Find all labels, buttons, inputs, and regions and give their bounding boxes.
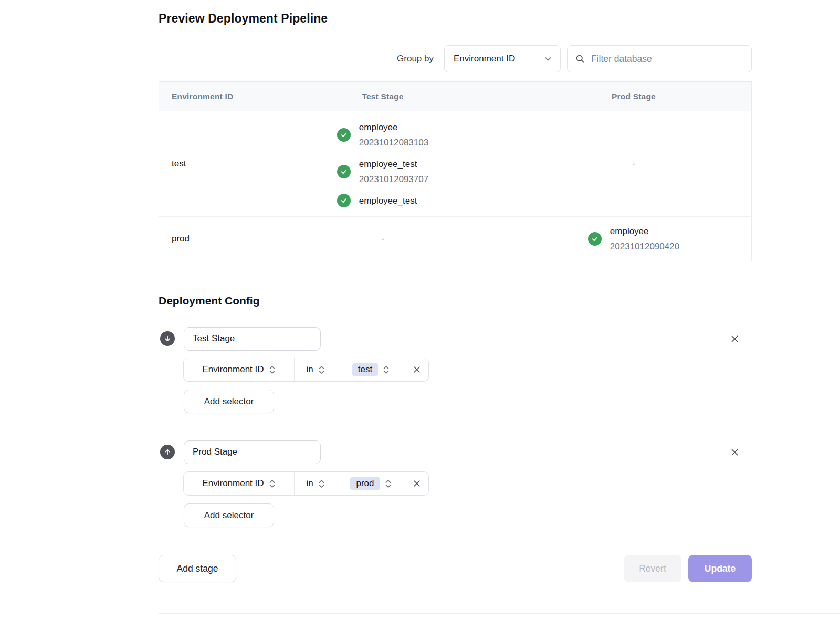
arrow-down-circle-icon: [160, 331, 175, 346]
selector-operator-value: in: [306, 364, 313, 375]
chevron-up-down-icon: [385, 479, 392, 489]
database-name: employee_test: [359, 193, 417, 208]
environment-cell: prod: [159, 217, 249, 261]
column-header-prod-stage: Prod Stage: [516, 82, 751, 111]
database-name: employee_test: [359, 156, 428, 172]
page-bottom-divider: [159, 613, 840, 614]
test-stage-cell: employee 20231012083103 employee_test 20…: [249, 111, 516, 216]
toolbar: Group by Environment ID: [159, 45, 752, 72]
remove-stage-button[interactable]: [728, 332, 741, 345]
chevron-up-down-icon: [269, 365, 276, 375]
stage-name-input[interactable]: [184, 440, 321, 464]
group-by-select[interactable]: Environment ID: [444, 45, 561, 72]
remove-selector-button[interactable]: [405, 472, 428, 495]
pipeline-table-header: Environment ID Test Stage Prod Stage: [159, 82, 751, 111]
remove-stage-button[interactable]: [728, 446, 741, 458]
check-circle-icon: [588, 232, 602, 246]
table-row-prod: prod - employee 20231012090420: [159, 217, 751, 261]
deployment-config-heading: Deployment Config: [159, 295, 260, 307]
revert-button[interactable]: Revert: [624, 555, 681, 582]
selector-field-value: Environment ID: [202, 478, 264, 489]
database-version: 20231012093707: [359, 172, 428, 187]
pipeline-table: Environment ID Test Stage Prod Stage tes…: [159, 81, 752, 261]
filter-database-input[interactable]: [591, 54, 744, 65]
environment-cell: test: [159, 111, 249, 216]
selector-row: Environment ID in test: [183, 358, 429, 382]
database-name: employee: [359, 120, 428, 135]
database-item: employee_test: [337, 193, 417, 208]
selector-value-select[interactable]: test: [337, 358, 405, 381]
add-stage-button[interactable]: Add stage: [159, 555, 236, 582]
chevron-up-down-icon: [269, 479, 276, 489]
remove-selector-button[interactable]: [405, 358, 428, 381]
column-header-test-stage: Test Stage: [249, 82, 516, 111]
page: Preview Deployment Pipeline Group by Env…: [0, 0, 840, 630]
selector-value-tag: prod: [350, 477, 380, 490]
selector-operator-value: in: [306, 478, 313, 489]
table-row-test: test employee 20231012083103: [159, 111, 751, 217]
chevron-down-icon: [543, 54, 553, 64]
page-title: Preview Deployment Pipeline: [159, 12, 328, 26]
add-selector-button[interactable]: Add selector: [184, 390, 274, 413]
database-item: employee 20231012090420: [588, 224, 679, 254]
update-button[interactable]: Update: [688, 555, 752, 582]
search-icon: [575, 54, 585, 64]
footer-divider: [159, 541, 752, 541]
empty-stage-dash: -: [632, 159, 635, 169]
check-circle-icon: [337, 194, 351, 207]
column-header-environment-id: Environment ID: [159, 82, 249, 111]
prod-stage-cell: -: [516, 111, 751, 216]
footer-actions: Add stage Revert Update: [159, 555, 752, 582]
arrow-up-circle-icon: [160, 445, 175, 459]
filter-database-field[interactable]: [567, 45, 752, 72]
stage-header-prod: [159, 440, 752, 464]
database-item: employee 20231012083103: [337, 120, 428, 150]
selector-operator-select[interactable]: in: [295, 472, 337, 495]
chevron-up-down-icon: [318, 365, 325, 375]
chevron-up-down-icon: [383, 365, 390, 375]
database-version: 20231012083103: [359, 135, 428, 150]
empty-stage-dash: -: [381, 234, 384, 244]
database-name: employee: [610, 224, 679, 239]
database-version: 20231012090420: [610, 239, 679, 254]
check-circle-icon: [337, 165, 351, 178]
selector-field-select[interactable]: Environment ID: [184, 358, 295, 381]
stage-header-test: [159, 327, 752, 351]
chevron-up-down-icon: [318, 479, 325, 489]
selector-operator-select[interactable]: in: [295, 358, 337, 381]
selector-value-tag: test: [352, 363, 378, 376]
database-item: employee_test 20231012093707: [337, 156, 428, 187]
test-stage-cell: -: [249, 217, 516, 261]
selector-field-select[interactable]: Environment ID: [184, 472, 295, 495]
database-list: employee 20231012090420: [588, 224, 679, 254]
group-by-selected-value: Environment ID: [454, 54, 515, 64]
check-circle-icon: [337, 128, 351, 142]
group-by-label: Group by: [397, 54, 434, 64]
stage-name-input[interactable]: [184, 327, 321, 351]
stage-divider: [159, 427, 752, 427]
add-selector-button[interactable]: Add selector: [184, 503, 274, 527]
selector-field-value: Environment ID: [202, 364, 264, 375]
prod-stage-cell: employee 20231012090420: [516, 217, 751, 261]
database-list: employee 20231012083103 employee_test 20…: [337, 120, 428, 208]
selector-row: Environment ID in prod: [183, 471, 429, 496]
selector-value-select[interactable]: prod: [337, 472, 405, 495]
